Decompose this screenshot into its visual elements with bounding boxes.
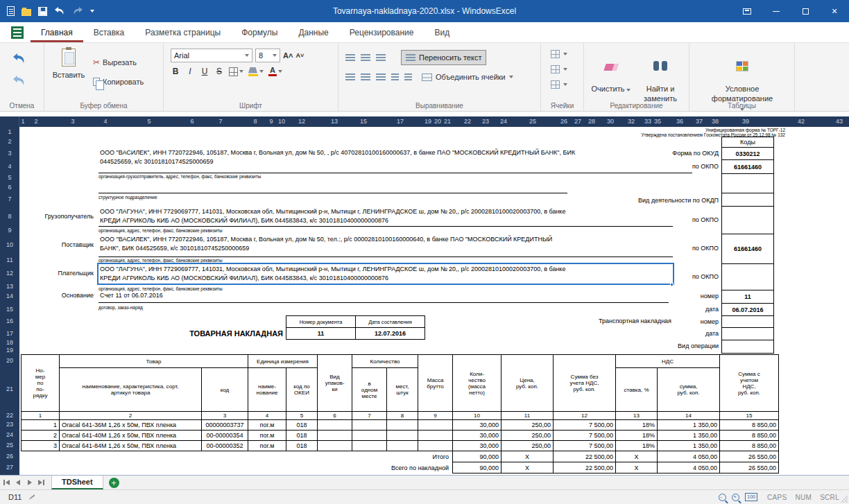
- cell-unit[interactable]: пог.м: [248, 431, 286, 441]
- cell-gross[interactable]: [418, 431, 453, 441]
- col-header-num[interactable]: Но- мер по по- рядку: [22, 355, 60, 412]
- cell-qty[interactable]: 30,000: [453, 431, 501, 441]
- cell-rate[interactable]: 18%: [616, 431, 658, 441]
- codes-header-cell[interactable]: Коды: [721, 137, 774, 148]
- cell-okei[interactable]: 018: [286, 431, 318, 441]
- col-header-unit[interactable]: Единица измерения: [248, 355, 318, 368]
- col-num[interactable]: 11: [501, 412, 554, 420]
- basis-number-cell[interactable]: 11: [721, 290, 774, 304]
- column-header[interactable]: 6: [185, 116, 199, 127]
- consignee-cell[interactable]: ООО "ЛАГУНА", ИНН 7729069777, 141031, Мо…: [98, 206, 673, 227]
- doc-date-value[interactable]: 12.07.2016: [356, 328, 425, 340]
- cell-per-place[interactable]: [352, 420, 387, 431]
- font-color-button[interactable]: А: [268, 67, 282, 76]
- column-header[interactable]: 21: [440, 116, 454, 127]
- vsego-sum[interactable]: 22 500,00: [554, 462, 616, 473]
- zoom-100-button[interactable]: 100: [745, 493, 757, 501]
- cell-okei[interactable]: 018: [286, 420, 318, 431]
- cell-total[interactable]: 8 850,00: [720, 441, 779, 451]
- payer-cell selected-cell[interactable]: ООО "ЛАГУНА", ИНН 7729069777, 141031, Мо…: [97, 263, 674, 285]
- row-header[interactable]: 16: [0, 315, 19, 327]
- consignee-okpo-cell[interactable]: [721, 206, 774, 234]
- column-header[interactable]: 36: [673, 116, 687, 127]
- shipper-okpo-cell[interactable]: 61661460: [721, 159, 774, 174]
- empty-code-cell[interactable]: [721, 173, 774, 193]
- col-header-vat[interactable]: НДС: [616, 355, 720, 368]
- column-header[interactable]: 22: [461, 116, 474, 127]
- underline-button[interactable]: U: [200, 67, 209, 76]
- ribbon-tab[interactable]: Разметка страницы: [135, 22, 231, 42]
- row-header[interactable]: 19: [0, 346, 19, 354]
- cell-places[interactable]: [387, 431, 418, 441]
- ribbon-tab[interactable]: Формулы: [231, 22, 288, 42]
- zoom-in-icon[interactable]: +: [732, 494, 739, 501]
- align-middle-icon[interactable]: [361, 54, 370, 62]
- supplier-okpo-cell[interactable]: 61661460: [721, 234, 774, 264]
- cell-pack[interactable]: [318, 431, 352, 441]
- col-num[interactable]: 6: [318, 412, 352, 420]
- bold-button[interactable]: B: [171, 67, 180, 76]
- vsego-price-x[interactable]: X: [501, 462, 554, 473]
- column-header[interactable]: 39: [739, 116, 753, 127]
- align-center-icon[interactable]: [361, 73, 370, 81]
- row-header[interactable]: 6: [0, 182, 19, 193]
- cell-code[interactable]: 00000003737: [202, 420, 248, 431]
- column-header[interactable]: 17: [393, 116, 407, 127]
- col-header-vat-sum[interactable]: сумма, руб. коп.: [658, 368, 720, 412]
- payer-okpo-cell[interactable]: [721, 263, 774, 290]
- row-header[interactable]: 26: [0, 451, 19, 462]
- col-header-unit-name[interactable]: наиме- нование: [248, 368, 286, 412]
- resize-grip[interactable]: [841, 496, 848, 503]
- row-header[interactable]: 23: [0, 419, 19, 430]
- ribbon-tab[interactable]: Рецензирование: [339, 22, 424, 42]
- column-header[interactable]: 30: [603, 116, 617, 127]
- column-header[interactable]: 15: [357, 116, 370, 127]
- row-header[interactable]: 25: [0, 440, 19, 451]
- sheet-tab-active[interactable]: TDSheet: [51, 476, 103, 489]
- doc-number-value[interactable]: 11: [286, 328, 356, 340]
- column-header[interactable]: 3: [66, 116, 80, 127]
- cell-price[interactable]: 250,00: [501, 431, 554, 441]
- itogo-vat[interactable]: 4 050,00: [658, 451, 720, 462]
- transport-date-cell[interactable]: [721, 327, 774, 340]
- paste-button[interactable]: Вставить: [50, 49, 87, 79]
- row-header[interactable]: 15: [0, 303, 19, 315]
- col-num[interactable]: 15: [720, 412, 779, 420]
- row-header[interactable]: 17: [0, 327, 19, 340]
- okud-value-cell[interactable]: 0330212: [721, 147, 774, 160]
- cell-name[interactable]: Oracal 641-40M 1,26 х 50м, ПВХ пленка: [60, 431, 202, 441]
- cell-vat[interactable]: 1 350,00: [658, 441, 720, 451]
- cell-unit[interactable]: пог.м: [248, 420, 286, 431]
- format-cells-button[interactable]: [551, 80, 567, 89]
- minimize-button[interactable]: [762, 0, 791, 22]
- column-header[interactable]: 42: [794, 116, 808, 127]
- column-header[interactable]: 4: [98, 116, 112, 127]
- itogo-total[interactable]: 26 550,00: [720, 451, 779, 462]
- cell-places[interactable]: [387, 441, 418, 451]
- cell-total[interactable]: 8 850,00: [720, 420, 779, 431]
- cell-sum[interactable]: 7 500,00: [554, 431, 616, 441]
- cell-price[interactable]: 250,00: [501, 441, 554, 451]
- col-header-price[interactable]: Цена, руб. коп.: [501, 355, 554, 412]
- column-header[interactable]: 28: [585, 116, 599, 127]
- col-header-qty-places[interactable]: мест, штук: [387, 368, 418, 412]
- row-header[interactable]: 20: [0, 354, 19, 367]
- repeat-icon[interactable]: [12, 75, 26, 86]
- shrink-font-button[interactable]: А˅: [295, 53, 304, 59]
- column-header[interactable]: 26: [557, 116, 571, 127]
- column-header[interactable]: 43: [832, 116, 846, 127]
- col-num[interactable]: 8: [387, 412, 418, 420]
- cell-code[interactable]: 00-00000354: [202, 431, 248, 441]
- col-header-vat-rate[interactable]: ставка, %: [616, 368, 658, 412]
- insert-cells-button[interactable]: [551, 50, 567, 58]
- row-header[interactable]: 22: [0, 411, 19, 419]
- increase-indent-icon[interactable]: [404, 73, 412, 81]
- cell-sum[interactable]: 7 500,00: [554, 420, 616, 431]
- itogo-sum[interactable]: 22 500,00: [554, 451, 616, 462]
- cell-num[interactable]: 1: [22, 420, 60, 431]
- ribbon-tab[interactable]: Вид: [424, 22, 460, 42]
- col-header-pack[interactable]: Вид упаков- ки: [318, 355, 352, 412]
- column-header[interactable]: 37: [692, 116, 706, 127]
- doc-number-header[interactable]: Номер документа: [286, 316, 356, 328]
- column-header[interactable]: 12: [295, 116, 309, 127]
